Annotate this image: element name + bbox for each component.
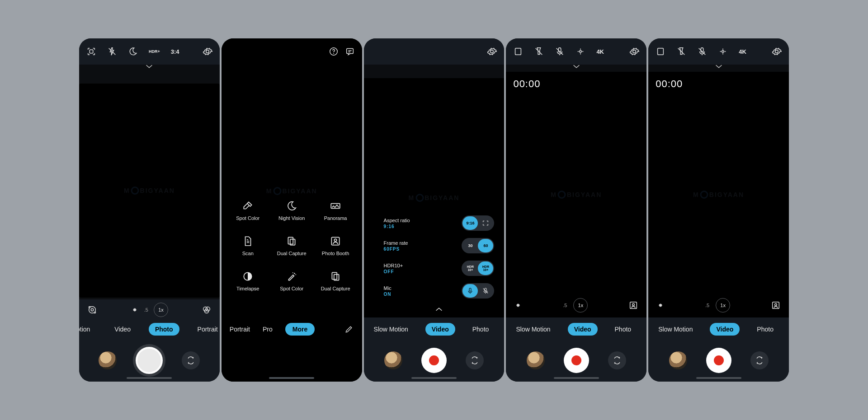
more-timelapse[interactable]: Timelapse: [226, 271, 270, 291]
mode-video[interactable]: Video: [108, 323, 137, 336]
more-dual-capture[interactable]: Dual Capture: [270, 235, 314, 256]
mode-pro[interactable]: Pro: [263, 326, 273, 333]
shutter-record-button[interactable]: [706, 348, 731, 373]
more-spot-color-2[interactable]: Spot Color: [270, 271, 314, 291]
fps-60-option[interactable]: 60: [478, 239, 493, 252]
hdr10-segmented[interactable]: HDR 10+ HDR 10+: [462, 261, 494, 276]
mic-off-option[interactable]: [478, 284, 493, 298]
mode-photo[interactable]: Photo: [466, 323, 495, 336]
portrait-icon[interactable]: [771, 300, 781, 310]
gesture-bar: [696, 377, 741, 379]
expand-chevron-down-icon[interactable]: [506, 64, 646, 72]
google-lens-icon[interactable]: [87, 305, 97, 315]
switch-camera-button[interactable]: [182, 351, 200, 369]
hdr-label[interactable]: HDR+: [149, 49, 160, 54]
more-night-vision[interactable]: Night Vision: [270, 200, 314, 221]
viewfinder[interactable]: MBIGYAAN: [79, 84, 220, 298]
shutter-record-button[interactable]: [564, 348, 589, 373]
setting-title: HDR10+: [384, 263, 403, 268]
portrait-icon[interactable]: [628, 300, 638, 310]
mode-slow-motion[interactable]: Slow Motion: [368, 323, 415, 336]
aspect-segmented[interactable]: 9:16: [462, 215, 494, 231]
scan-id-icon[interactable]: [86, 47, 96, 56]
setting-row-framerate: Frame rate60FPS 30 60: [384, 234, 495, 257]
more-photo-booth[interactable]: Photo Booth: [314, 235, 358, 256]
viewfinder[interactable]: 00:00 MBIGYAAN .5 1x: [648, 72, 789, 317]
mode-photo[interactable]: Photo: [609, 323, 638, 336]
gallery-thumbnail[interactable]: [99, 351, 117, 369]
mode-motion[interactable]: otion: [79, 323, 96, 336]
fps-30-option[interactable]: 30: [462, 239, 478, 252]
zoom-half-button[interactable]: .5: [144, 307, 148, 313]
night-moon-icon[interactable]: [128, 47, 138, 56]
mode-photo[interactable]: Photo: [750, 323, 780, 336]
torch-off-icon[interactable]: [534, 47, 544, 56]
mode-more[interactable]: More: [285, 323, 315, 336]
setting-row-aspect: Aspect ratio9:16 9:16: [384, 212, 495, 234]
switch-camera-button[interactable]: [466, 351, 484, 369]
zoom-half-button[interactable]: .5: [563, 303, 567, 308]
macro-flower-icon[interactable]: [131, 306, 139, 314]
mic-off-icon[interactable]: [555, 47, 565, 56]
top-bar: [222, 38, 362, 65]
setting-title: Mic: [384, 285, 392, 291]
mode-slow-motion[interactable]: Slow Motion: [652, 323, 699, 336]
viewfinder[interactable]: 00:00 MBIGYAAN .5 1x: [506, 72, 646, 317]
resolution-label[interactable]: 4K: [596, 48, 604, 55]
torch-off-icon[interactable]: [676, 47, 686, 56]
help-icon[interactable]: [329, 47, 339, 56]
aspect-916-option[interactable]: 9:16: [462, 216, 478, 230]
expand-chevron-down-icon[interactable]: [648, 64, 789, 72]
gallery-thumbnail[interactable]: [527, 351, 545, 369]
collapse-chevron-up-icon[interactable]: [384, 302, 495, 312]
mode-video[interactable]: Video: [710, 323, 740, 336]
switch-camera-button[interactable]: [608, 351, 626, 369]
mic-segmented[interactable]: [462, 283, 494, 299]
aspect-full-option[interactable]: [478, 216, 493, 230]
mic-off-icon[interactable]: [697, 47, 707, 56]
gallery-thumbnail[interactable]: [384, 351, 402, 369]
zoom-1x-button[interactable]: 1x: [573, 298, 588, 313]
framerate-segmented[interactable]: 30 60: [462, 238, 494, 253]
mode-portrait[interactable]: Portrait: [191, 323, 220, 336]
zoom-1x-button[interactable]: 1x: [716, 298, 730, 313]
more-scan[interactable]: Scan: [226, 235, 270, 256]
flash-off-icon[interactable]: [107, 47, 117, 56]
gallery-thumbnail[interactable]: [669, 351, 687, 369]
edit-pencil-icon[interactable]: [344, 324, 354, 334]
settings-gear-icon[interactable]: [629, 47, 639, 56]
shutter-record-button[interactable]: [421, 348, 447, 373]
filters-icon[interactable]: [202, 305, 212, 315]
mode-photo[interactable]: Photo: [149, 323, 179, 336]
expand-chevron-down-icon[interactable]: [79, 64, 220, 72]
macro-flower-icon[interactable]: [514, 301, 522, 309]
viewfinder[interactable]: MBIGYAAN Aspect ratio9:16 9:16 Frame rat…: [364, 78, 505, 317]
mode-video[interactable]: Video: [425, 323, 455, 336]
settings-gear-icon[interactable]: [203, 47, 212, 56]
settings-gear-icon[interactable]: [772, 47, 782, 56]
mode-video[interactable]: Video: [568, 323, 598, 336]
more-dual-capture-2[interactable]: Dual Capture: [314, 271, 358, 291]
aspect-label[interactable]: 3:4: [171, 48, 179, 55]
hdr10-on-option[interactable]: HDR 10+: [478, 261, 493, 275]
more-panorama[interactable]: Panorama: [314, 200, 358, 221]
more-spot-color[interactable]: Spot Color: [226, 200, 270, 221]
hdr10-off-option[interactable]: HDR 10+: [462, 261, 478, 275]
settings-gear-icon[interactable]: [487, 47, 497, 56]
stabilization-icon[interactable]: [718, 47, 728, 56]
shutter-row: [506, 339, 646, 382]
aspect-icon[interactable]: [656, 47, 665, 56]
aspect-icon[interactable]: [513, 47, 523, 56]
macro-flower-icon[interactable]: [656, 301, 665, 309]
switch-camera-button[interactable]: [750, 351, 769, 369]
resolution-label[interactable]: 4K: [739, 48, 746, 55]
mode-portrait[interactable]: Portrait: [230, 326, 250, 333]
mic-on-option[interactable]: [462, 284, 478, 298]
top-bar: 4K: [648, 38, 789, 65]
shutter-photo-button[interactable]: [136, 347, 163, 374]
mode-slow-motion[interactable]: Slow Motion: [509, 323, 557, 336]
stabilization-icon[interactable]: [576, 47, 585, 56]
zoom-1x-button[interactable]: 1x: [154, 303, 168, 317]
feedback-chat-icon[interactable]: [345, 47, 355, 56]
zoom-half-button[interactable]: .5: [705, 303, 709, 308]
